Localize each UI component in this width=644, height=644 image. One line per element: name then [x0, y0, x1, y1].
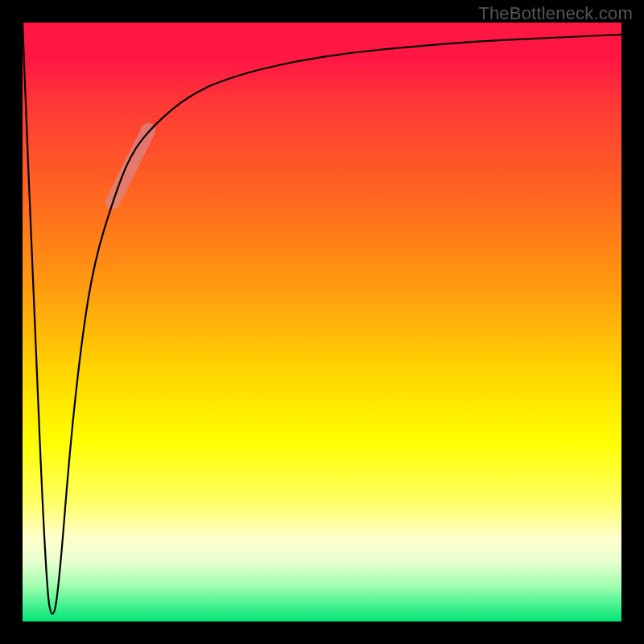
chart-frame: TheBottleneck.com — [0, 0, 644, 644]
watermark-text: TheBottleneck.com — [478, 3, 633, 24]
plot-area — [23, 23, 621, 621]
curve-svg — [23, 23, 621, 621]
highlight-segment — [113, 130, 149, 202]
bottleneck-curve — [23, 23, 621, 614]
